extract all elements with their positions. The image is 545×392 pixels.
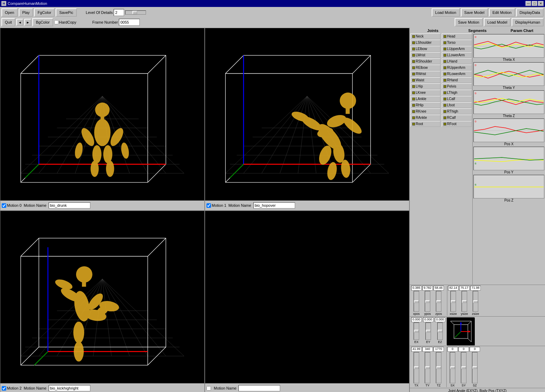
pos-sliders-row: 0.385 xpos 9.782 ypos 58.46 zpo <box>410 285 545 316</box>
chart-pos-z-label: Pos Z <box>473 198 544 202</box>
xsize-slider[interactable] <box>450 291 456 312</box>
minimize-button[interactable]: — <box>526 1 531 6</box>
ez-slider[interactable] <box>437 322 443 340</box>
edit-motion-button[interactable]: Edit Motion <box>489 8 515 17</box>
joint-neck[interactable]: Neck <box>410 33 440 39</box>
motion-3-checkbox[interactable] <box>206 386 211 391</box>
video-canvas-3 <box>205 211 409 383</box>
joint-waist[interactable]: Waist <box>410 77 440 83</box>
joint-rankle[interactable]: RAnkle <box>410 115 440 121</box>
load-motion-button[interactable]: Load Motion <box>432 8 460 17</box>
prev-button[interactable]: ◄ <box>16 19 23 26</box>
seg-torso[interactable]: Torso <box>442 40 472 46</box>
motion-2-check-label[interactable]: Motion 2 <box>2 386 22 391</box>
frame-input[interactable] <box>119 19 140 26</box>
svg-rect-112 <box>82 281 86 287</box>
joint-rwrist[interactable]: RWrist <box>410 71 440 77</box>
save-motion-button[interactable]: Save Motion <box>455 18 483 26</box>
display-data-button[interactable]: DisplayData <box>516 8 544 17</box>
joint-lshoulder[interactable]: LShoulder <box>410 40 440 46</box>
seg-head[interactable]: Head <box>442 33 472 39</box>
motion-0-checkbox[interactable] <box>2 203 6 208</box>
joint-lwrist[interactable]: LWrist <box>410 52 440 58</box>
zsize-label: zsize <box>472 312 479 316</box>
zsize-value: 71.98 <box>470 286 481 291</box>
save-model-button[interactable]: Save Model <box>461 8 488 17</box>
sx-slider[interactable] <box>450 352 455 383</box>
joint-root[interactable]: Root <box>410 121 440 127</box>
seg-pelvis[interactable]: Pelvis <box>442 83 472 89</box>
seg-lfoot[interactable]: Lfoot <box>442 102 472 108</box>
motion-name-input-0[interactable] <box>49 202 90 209</box>
joint-rhip[interactable]: RHip <box>410 102 440 108</box>
tz-slider[interactable] <box>436 352 441 383</box>
xpos-slider-group: 0.385 xpos <box>411 286 422 316</box>
toolbar-row-1: Open Play FgColor SavePic Level Of Detai… <box>1 8 544 17</box>
motion-name-input-2[interactable] <box>49 385 90 391</box>
seg-rfoot[interactable]: RFoot <box>442 121 472 127</box>
chart-pos-z: 6 Pos Z <box>473 175 544 202</box>
tz-group: 1770 TZ <box>433 347 444 387</box>
seg-lcalf[interactable]: LCalf <box>442 96 472 102</box>
seg-rupperarm[interactable]: RUpperArm <box>442 65 472 71</box>
zpos-label: zpos <box>435 312 442 316</box>
fgcolor-button[interactable]: FgColor <box>34 8 55 17</box>
sz-slider[interactable] <box>472 352 478 383</box>
load-model-button[interactable]: Load Model <box>484 18 511 26</box>
savepic-button[interactable]: SavePic <box>56 8 76 17</box>
seg-rcalf[interactable]: RCalf <box>442 115 472 121</box>
quit-button[interactable]: Quit <box>1 18 15 26</box>
ypos-slider[interactable] <box>425 291 430 312</box>
chart-theta-y-label: Theta Y <box>473 86 544 90</box>
motion-1-check-label[interactable]: Motion 1 <box>206 203 226 208</box>
status-text: Joint Angle (EXYZ), Body Pos (TXYZ) <box>448 389 507 392</box>
seg-lthigh[interactable]: LThigh <box>442 90 472 96</box>
joint-rshoulder[interactable]: RShoulder <box>410 58 440 64</box>
level-input[interactable] <box>114 9 124 16</box>
frame-label: Frame Number <box>92 20 118 24</box>
seg-lhand[interactable]: LHand <box>442 58 472 64</box>
motion-name-input-1[interactable] <box>253 202 295 209</box>
seg-rhand[interactable]: RHand <box>442 77 472 83</box>
joint-lknee[interactable]: LKnee <box>410 90 440 96</box>
open-button[interactable]: Open <box>1 8 18 17</box>
hardcopy-checkbox-label[interactable]: HardCopy <box>54 20 76 24</box>
svg-point-30 <box>94 119 111 146</box>
joint-lhip[interactable]: LHip <box>410 83 440 89</box>
seg-rthigh[interactable]: RThigh <box>442 108 472 114</box>
ty-value: 340 <box>422 347 433 352</box>
ypos-label: ypos <box>424 312 431 316</box>
joint-lelbow[interactable]: LElbow <box>410 46 440 52</box>
joint-lankle[interactable]: LAnkle <box>410 96 440 102</box>
svg-text:6: 6 <box>475 183 477 186</box>
seg-rlowerarm[interactable]: RLowerArm <box>442 71 472 77</box>
motion-name-input-3[interactable] <box>238 385 280 391</box>
sy-slider[interactable] <box>461 352 466 383</box>
joint-relbow[interactable]: RElbow <box>410 65 440 71</box>
maximize-button[interactable]: □ <box>532 1 537 6</box>
bgcolor-button[interactable]: BgColor <box>32 18 53 26</box>
seg-llowerarm[interactable]: LLowerArm <box>442 52 472 58</box>
zpos-slider[interactable] <box>436 291 441 312</box>
motion-2-checkbox[interactable] <box>2 386 6 391</box>
ysize-slider[interactable] <box>462 291 467 312</box>
ex-slider[interactable] <box>414 322 419 340</box>
seg-lupperarm[interactable]: LUpperArm <box>442 46 472 52</box>
play-button[interactable]: Play <box>19 8 33 17</box>
motion-3-check-label[interactable] <box>206 386 212 391</box>
motion-1-checkbox[interactable] <box>206 203 211 208</box>
sx-value: 0 <box>447 347 458 352</box>
zsize-slider[interactable] <box>473 291 478 312</box>
motion-0-check-label[interactable]: Motion 0 <box>2 203 22 208</box>
title-bar: H CompareHumanMotion — □ ✕ <box>0 0 545 7</box>
next-button[interactable]: ► <box>24 19 31 26</box>
ty-slider[interactable] <box>425 352 430 383</box>
ey-slider[interactable] <box>425 322 431 340</box>
display-human-button[interactable]: DisplayHuman <box>512 18 544 26</box>
tx-slider[interactable] <box>414 352 419 383</box>
xpos-slider[interactable] <box>414 291 419 312</box>
hardcopy-checkbox[interactable] <box>54 20 58 24</box>
close-button[interactable]: ✕ <box>538 1 544 6</box>
joint-rknee[interactable]: RKnee <box>410 108 440 114</box>
ex-value: 0.000 <box>411 317 422 322</box>
